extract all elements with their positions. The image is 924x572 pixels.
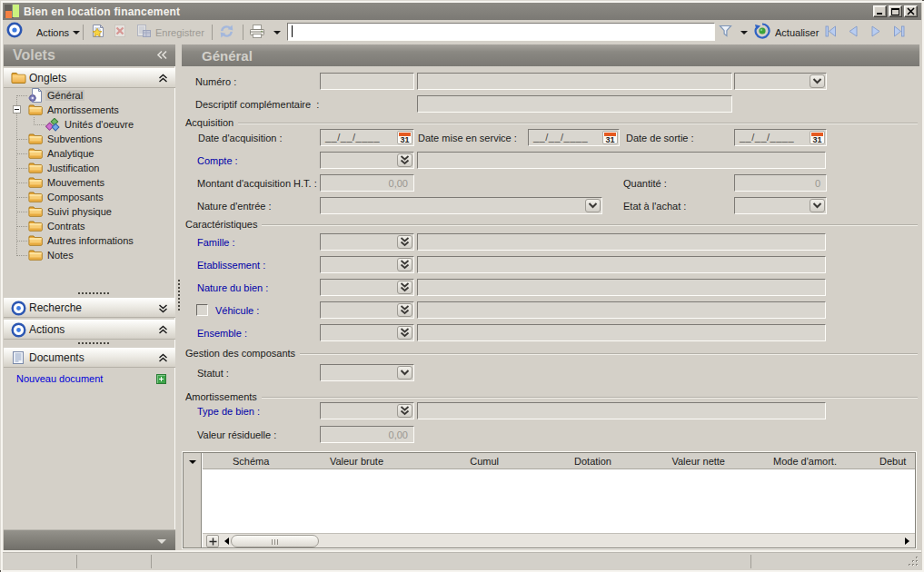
tree-item-notes[interactable]: Notes [28,248,75,262]
tree-item-label[interactable]: Unités d'oeuvre [63,119,135,130]
scroll-down-icon[interactable] [157,539,166,544]
grid-column-header[interactable]: Schéma [233,456,269,467]
statut-dropdown[interactable] [320,364,414,381]
scrollbar-thumb[interactable] [231,535,319,547]
tree-item-label[interactable]: Autres informations [45,235,135,246]
vehicule-dropdown[interactable] [320,301,414,319]
tree-item-analytique[interactable]: Analytique [28,146,95,161]
grid-column-header[interactable]: Valeur brute [330,456,383,467]
maximize-button[interactable] [889,5,902,17]
delete-icon[interactable] [113,24,127,38]
collapse-chevron-icon[interactable] [158,353,168,363]
grid-column-header[interactable]: Debut [879,456,906,467]
nav-first-icon[interactable] [823,25,838,38]
tree-item-contrats[interactable]: Contrats [28,219,87,233]
nature-bien-dropdown[interactable] [320,279,414,296]
tree-item-unites-oeuvre[interactable]: Unités d'oeuvre [45,117,135,132]
vertical-splitter-handle[interactable] [178,280,180,312]
panel-header-recherche[interactable]: Recherche [4,298,175,318]
vehicule-checkbox[interactable] [196,304,208,316]
compte-description-input[interactable] [417,152,826,169]
collapse-chevron-icon[interactable] [158,74,168,84]
etat-achat-dropdown[interactable] [734,197,827,214]
calendar-button[interactable]: 31 [602,131,618,144]
sidebar-splitter-handle[interactable] [78,292,109,294]
filter-options-caret-icon[interactable] [740,31,748,35]
lookup-button[interactable] [397,303,412,317]
expand-chevron-icon[interactable] [158,303,168,313]
print-icon[interactable] [249,24,265,39]
numero-dropdown[interactable] [734,73,827,90]
grid-column-header[interactable]: Dotation [574,456,611,467]
grid-selector-arrow-icon[interactable] [189,460,196,464]
save-button[interactable]: Enregistrer [155,27,204,38]
numero-description-input[interactable] [417,73,732,90]
tree-item-justification[interactable]: Justification [28,161,101,175]
grid-column-header[interactable]: Mode d'amort. [773,456,837,467]
sidebar-splitter-handle[interactable] [78,342,109,344]
panel-header-actions[interactable]: Actions [4,320,175,340]
minimize-button[interactable] [873,5,887,17]
etablissement-description-input[interactable] [417,256,826,273]
tree-item-label[interactable]: Suivi physique [45,206,114,217]
tree-item-label[interactable]: Général [45,90,84,101]
calendar-button[interactable]: 31 [810,131,825,144]
nav-next-icon[interactable] [869,25,882,38]
collapse-sidebar-icon[interactable] [156,50,168,60]
lookup-button[interactable] [397,258,412,271]
dropdown-button[interactable] [810,199,825,212]
nature-bien-description-input[interactable] [417,279,826,296]
compte-dropdown[interactable] [320,152,414,169]
save-icon[interactable] [136,24,152,38]
tree-expander-minus[interactable] [13,105,21,113]
tree-item-label[interactable]: Analytique [45,148,95,159]
dropdown-button[interactable] [585,199,601,212]
ensemble-description-input[interactable] [417,324,826,341]
tree-item-amortissements[interactable]: Amortissements [28,103,121,117]
grid-column-header[interactable]: Valeur nette [671,456,725,467]
grid-horizontal-scrollbar[interactable] [203,533,915,547]
grid-add-button[interactable] [206,535,219,547]
search-input[interactable] [287,23,715,41]
dropdown-button[interactable] [810,74,825,88]
nav-last-icon[interactable] [892,25,907,38]
descriptif-input[interactable] [417,95,732,113]
lookup-button[interactable] [397,404,412,418]
print-options-caret-icon[interactable] [273,31,281,35]
calendar-button[interactable]: 31 [397,131,412,144]
valeur-residuelle-input[interactable]: 0,00 [320,426,414,443]
actions-bullseye-icon[interactable] [6,22,23,38]
close-button[interactable] [904,5,918,17]
montant-acquisition-input[interactable]: 0,00 [320,174,414,192]
actualiser-button[interactable]: Actualiser [775,27,819,38]
tree-item-label[interactable]: Justification [45,163,101,173]
panel-header-documents[interactable]: Documents [4,348,175,368]
tree-item-label[interactable]: Mouvements [45,177,106,188]
add-document-button[interactable] [156,374,166,384]
grid-column-header[interactable]: Cumul [470,456,499,467]
filter-icon[interactable] [718,24,733,39]
lookup-button[interactable] [397,153,412,167]
tree-item-subventions[interactable]: Subventions [28,132,104,146]
grid-selector-column[interactable] [184,453,202,547]
nouveau-document-link[interactable]: Nouveau document [16,373,103,384]
tree-item-label[interactable]: Composants [45,192,105,202]
famille-description-input[interactable] [417,233,826,251]
nav-previous-icon[interactable] [847,25,859,38]
type-bien-description-input[interactable] [417,402,826,419]
nature-entree-dropdown[interactable] [320,197,602,214]
quantite-input[interactable]: 0 [734,174,827,192]
lookup-button[interactable] [397,326,412,340]
lookup-button[interactable] [397,281,412,294]
date-mise-en-service-field[interactable]: __/__/____31 [528,129,620,146]
actualiser-icon[interactable] [754,23,770,39]
date-acquisition-field[interactable]: __/__/____31 [320,129,414,146]
tree-item-general[interactable]: Général [28,88,84,103]
grid-header-row[interactable]: SchémaValeur bruteCumulDotationValeur ne… [203,453,915,469]
ensemble-dropdown[interactable] [320,324,414,341]
dropdown-button[interactable] [397,366,412,380]
date-sortie-field[interactable]: __/__/____31 [734,129,827,146]
tree-item-mouvements[interactable]: Mouvements [28,175,106,190]
famille-dropdown[interactable] [320,233,414,251]
tree-item-suivi-physique[interactable]: Suivi physique [28,204,114,219]
